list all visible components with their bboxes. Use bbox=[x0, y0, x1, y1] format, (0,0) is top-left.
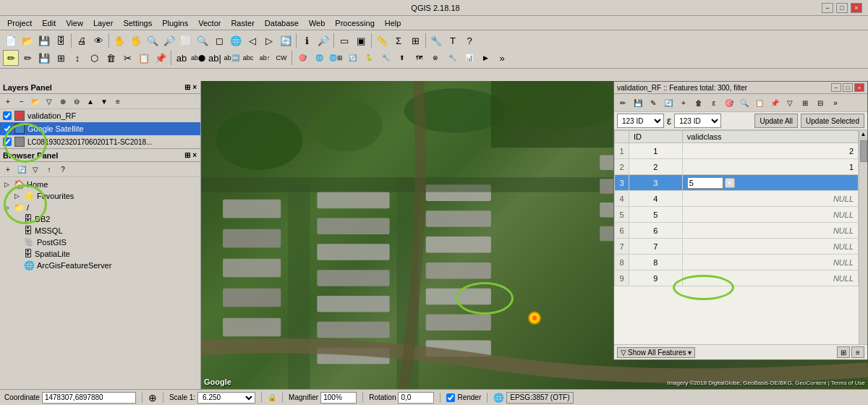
reload-button[interactable]: 🔄 bbox=[661, 95, 676, 110]
zoom-to-selected-button[interactable]: 🔍 bbox=[737, 95, 752, 110]
zoom-rubber-button[interactable]: ⬜ bbox=[178, 33, 194, 48]
label6-button[interactable]: CW bbox=[273, 50, 289, 66]
paste-features-button[interactable]: 📌 bbox=[767, 95, 782, 110]
plugin3-button[interactable]: ⬆ bbox=[394, 50, 410, 66]
remove-layer-button[interactable]: − bbox=[15, 95, 28, 108]
browser-filter-button[interactable]: ▽ bbox=[29, 163, 42, 176]
wfs-button[interactable]: 🌐⊞ bbox=[328, 50, 344, 66]
save-as-button[interactable]: 🗄 bbox=[53, 33, 69, 48]
expand-all-button[interactable]: ⊕ bbox=[56, 95, 69, 108]
delete-button[interactable]: 🗑 bbox=[103, 50, 119, 66]
coordinate-input[interactable] bbox=[42, 392, 136, 404]
table-row[interactable]: 77NULL bbox=[615, 239, 859, 255]
add-layer-button[interactable]: + bbox=[1, 95, 14, 108]
close-button[interactable]: × bbox=[851, 3, 862, 13]
pan-map-button[interactable]: 🖐 bbox=[128, 33, 144, 48]
cell-clear-button[interactable]: ✕ bbox=[725, 178, 735, 188]
zoom-next-button[interactable]: ▷ bbox=[261, 33, 277, 48]
update-all-button[interactable]: Update All bbox=[754, 114, 798, 128]
table-row[interactable]: 55NULL bbox=[615, 207, 859, 223]
field-select-right[interactable]: 123 ID bbox=[674, 114, 721, 128]
rotation-input[interactable] bbox=[398, 392, 434, 404]
plugin2-button[interactable]: 🔧 bbox=[378, 50, 393, 66]
update-selected-button[interactable]: Update Selected bbox=[801, 114, 864, 128]
browser-up-button[interactable]: ↑ bbox=[43, 163, 56, 176]
pan-button[interactable]: ✋ bbox=[111, 33, 127, 48]
menu-edit[interactable]: Edit bbox=[38, 18, 60, 28]
magnifier-input[interactable] bbox=[320, 392, 357, 404]
show-all-features-button[interactable]: ▽ Show All Features ▾ bbox=[617, 347, 695, 358]
browser-item-mssql[interactable]: 🗄 MSSQL bbox=[13, 225, 197, 236]
table-row[interactable]: 221 bbox=[615, 159, 859, 175]
maximize-button[interactable]: □ bbox=[836, 3, 848, 13]
menu-help[interactable]: Help bbox=[380, 18, 406, 28]
zoom-last-button[interactable]: ◁ bbox=[244, 33, 260, 48]
table-row[interactable]: 44NULL bbox=[615, 191, 859, 207]
label2-button[interactable]: ab| bbox=[207, 50, 223, 66]
plugin7-button[interactable]: 📊 bbox=[461, 50, 477, 66]
scroll-up-arrow[interactable]: ▲ bbox=[859, 130, 868, 139]
minimize-button[interactable]: − bbox=[822, 3, 833, 13]
paste-button[interactable]: 📌 bbox=[153, 50, 169, 66]
plugin5-button[interactable]: ⊕ bbox=[427, 50, 443, 66]
label4-button[interactable]: abc bbox=[240, 50, 256, 66]
calc-button[interactable]: Σ bbox=[391, 33, 407, 48]
layer-checkbox-lc08[interactable] bbox=[3, 137, 12, 146]
new-attr-button[interactable]: ⊞ bbox=[798, 95, 812, 110]
menu-processing[interactable]: Processing bbox=[331, 18, 378, 28]
menu-plugins[interactable]: Plugins bbox=[158, 18, 192, 28]
scale-select[interactable]: 6.250 bbox=[197, 392, 255, 404]
menu-project[interactable]: Project bbox=[3, 18, 36, 28]
edit-expr-button[interactable]: ε bbox=[707, 95, 721, 110]
scroll-thumb[interactable] bbox=[860, 140, 867, 162]
menu-layer[interactable]: Layer bbox=[89, 18, 118, 28]
field-select-left[interactable]: 123 ID bbox=[617, 114, 664, 128]
layer-down-button[interactable]: ▼ bbox=[98, 95, 111, 108]
pan-to-selected-button[interactable]: 🎯 bbox=[722, 95, 736, 110]
col-id[interactable]: ID bbox=[629, 131, 683, 143]
move-feature-button[interactable]: ↕ bbox=[69, 50, 85, 66]
label3-button[interactable]: ab🔤 bbox=[224, 50, 239, 66]
copy-selected-button[interactable]: 📋 bbox=[752, 95, 767, 110]
label-button[interactable]: T bbox=[445, 33, 461, 48]
browser-panel-controls[interactable]: ⊞ × bbox=[184, 150, 197, 160]
edit-pencil-button[interactable]: ✏ bbox=[20, 50, 35, 66]
plugin4-button[interactable]: 🗺 bbox=[411, 50, 427, 66]
table-row[interactable]: 99NULL bbox=[615, 270, 859, 286]
label5-button[interactable]: ab↑ bbox=[257, 50, 273, 66]
browser-item-postgis[interactable]: 🐘 PostGIS bbox=[13, 236, 197, 248]
layer-checkbox-validation-rf[interactable] bbox=[3, 111, 12, 120]
select2-button[interactable]: ▣ bbox=[353, 33, 369, 48]
epsilon-button[interactable]: ε bbox=[667, 115, 671, 127]
browser-item-arcgis[interactable]: 🌐 ArcGisFeatureServer bbox=[13, 260, 197, 271]
open-layer-button[interactable]: 📂 bbox=[29, 95, 42, 108]
select-button[interactable]: ▭ bbox=[336, 33, 352, 48]
add-feature-button[interactable]: ⊞ bbox=[53, 50, 69, 66]
save-layer-button[interactable]: 💾 bbox=[36, 50, 52, 66]
zoom-out-button[interactable]: 🔎 bbox=[161, 33, 177, 48]
menu-web[interactable]: Web bbox=[305, 18, 329, 28]
diagram-button[interactable]: 🎯 bbox=[294, 50, 310, 66]
draw-button[interactable]: ✎ bbox=[646, 95, 660, 110]
col-validclass[interactable]: validclass bbox=[682, 131, 858, 143]
footer-icons[interactable]: ⊞ ≡ bbox=[837, 346, 864, 358]
help-btn[interactable]: ? bbox=[461, 33, 477, 48]
add-record-button[interactable]: + bbox=[676, 95, 691, 110]
cell-edit-input[interactable] bbox=[687, 177, 723, 189]
edit-mode-button[interactable]: ✏ bbox=[3, 50, 19, 66]
browser-help-button[interactable]: ? bbox=[56, 163, 69, 176]
layers-dock-icon[interactable]: ⊞ bbox=[184, 82, 191, 92]
zoom-layer-button[interactable]: ◻ bbox=[211, 33, 227, 48]
more-button[interactable]: » bbox=[494, 50, 510, 66]
table-view-button[interactable]: ⊞ bbox=[837, 346, 850, 358]
attr-scrollbar[interactable]: ▲ bbox=[859, 130, 867, 344]
toggle-edit-button[interactable]: ✏ bbox=[616, 95, 630, 110]
print-button[interactable]: 🖨 bbox=[74, 33, 90, 48]
plugin1-button[interactable]: 🔧 bbox=[428, 33, 444, 48]
delete-attr-button[interactable]: ⊟ bbox=[813, 95, 827, 110]
identify2-button[interactable]: 🔎 bbox=[315, 33, 331, 48]
menu-settings[interactable]: Settings bbox=[119, 18, 156, 28]
refresh-button[interactable]: 🔄 bbox=[278, 33, 294, 48]
circle-button[interactable]: ab⬤ bbox=[190, 50, 206, 66]
menu-raster[interactable]: Raster bbox=[226, 18, 258, 28]
